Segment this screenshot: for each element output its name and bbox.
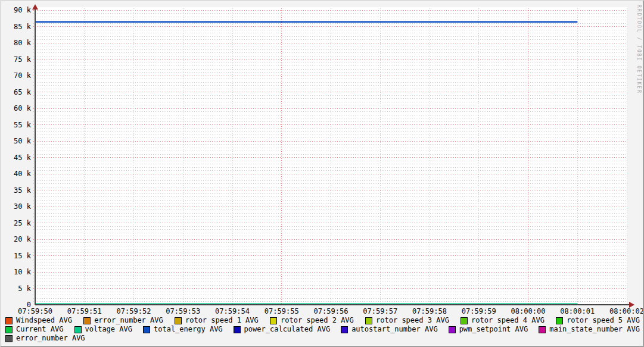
legend-swatch bbox=[234, 326, 241, 333]
legend-item: rotor speed 3 AVG bbox=[365, 316, 449, 325]
legend-swatch bbox=[5, 317, 13, 324]
y-tick-label: 35 k bbox=[14, 186, 32, 195]
legend-item: rotor speed 1 AVG bbox=[175, 316, 259, 325]
x-tick-label: 08:00:01 bbox=[560, 307, 595, 315]
legend-swatch bbox=[270, 317, 277, 324]
y-tick-label: 40 k bbox=[14, 170, 32, 178]
legend-label: rotor speed 4 AVG bbox=[471, 316, 545, 325]
legend-swatch bbox=[175, 317, 182, 324]
legend-item: pwm_setpoint AVG bbox=[449, 325, 528, 334]
legend-label: error_number AVG bbox=[16, 334, 85, 343]
y-tick-label: 15 k bbox=[14, 252, 32, 260]
x-tick-label: 07:59:58 bbox=[412, 307, 447, 315]
legend-label: total_energy AVG bbox=[154, 325, 223, 334]
legend-swatch bbox=[74, 326, 82, 333]
legend-swatch bbox=[461, 317, 468, 324]
x-tick-label: 07:59:51 bbox=[67, 307, 102, 315]
legend-item: power_calculated AVG bbox=[234, 325, 331, 334]
x-tick-label: 07:59:52 bbox=[117, 307, 151, 315]
legend-swatch bbox=[5, 326, 13, 333]
y-tick-label: 10 k bbox=[14, 268, 32, 276]
legend-label: voltage AVG bbox=[85, 325, 132, 334]
y-tick-label: 5 k bbox=[18, 285, 31, 293]
legend-item: Windspeed AVG bbox=[5, 316, 72, 325]
x-tick-label: 08:00:02 bbox=[609, 307, 644, 315]
legend-item: error_number AVG bbox=[83, 316, 163, 325]
y-tick-label: 55 k bbox=[14, 121, 32, 129]
legend-swatch bbox=[539, 326, 546, 333]
legend-label: main_state_number AVG bbox=[549, 325, 640, 334]
y-tick-label: 85 k bbox=[14, 23, 32, 31]
y-tick-label: 75 k bbox=[14, 55, 32, 64]
legend-label: rotor speed 3 AVG bbox=[376, 316, 449, 325]
x-tick-label: 07:59:56 bbox=[314, 307, 349, 315]
legend-swatch bbox=[556, 317, 563, 324]
legend-swatch bbox=[449, 326, 456, 333]
chart-legend: Windspeed AVGerror_number AVGrotor speed… bbox=[1, 316, 643, 343]
y-axis-arrow bbox=[32, 4, 38, 10]
legend-item: voltage AVG bbox=[74, 325, 132, 334]
y-tick-label: 45 k bbox=[14, 154, 32, 162]
legend-label: rotor speed 5 AVG bbox=[567, 316, 640, 325]
legend-label: Current AVG bbox=[16, 325, 63, 334]
legend-item: Current AVG bbox=[5, 325, 63, 334]
x-tick-label: 07:59:53 bbox=[166, 307, 200, 315]
legend-item: rotor speed 5 AVG bbox=[556, 316, 640, 325]
y-tick-label: 90 k bbox=[14, 6, 32, 14]
x-tick-label: 07:59:54 bbox=[215, 307, 250, 315]
legend-label: rotor speed 2 AVG bbox=[281, 316, 354, 325]
legend-row: Windspeed AVGerror_number AVGrotor speed… bbox=[1, 316, 643, 325]
legend-row: Current AVGvoltage AVGtotal_energy AVGpo… bbox=[1, 325, 643, 334]
legend-item: total_energy AVG bbox=[143, 325, 223, 334]
legend-item: main_state_number AVG bbox=[539, 325, 640, 334]
rrdtool-watermark: RRDTOOL / TOBI OETIKER bbox=[636, 5, 642, 94]
chart-canvas: 05 k10 k15 k20 k25 k30 k35 k40 k45 k50 k… bbox=[1, 1, 644, 347]
legend-label: pwm_setpoint AVG bbox=[459, 325, 528, 334]
legend-swatch bbox=[83, 317, 91, 324]
legend-label: rotor speed 1 AVG bbox=[185, 316, 259, 325]
x-tick-label: 08:00:00 bbox=[511, 307, 546, 315]
y-tick-label: 50 k bbox=[14, 137, 32, 145]
legend-label: power_calculated AVG bbox=[244, 325, 331, 334]
y-tick-label: 60 k bbox=[14, 104, 32, 112]
y-tick-label: 65 k bbox=[14, 88, 32, 96]
y-tick-label: 70 k bbox=[14, 71, 32, 80]
legend-label: Windspeed AVG bbox=[16, 316, 72, 325]
legend-swatch bbox=[341, 326, 348, 333]
y-tick-label: 80 k bbox=[14, 39, 32, 47]
y-tick-label: 30 k bbox=[14, 202, 32, 211]
legend-swatch bbox=[143, 326, 150, 333]
legend-item: rotor speed 4 AVG bbox=[461, 316, 545, 325]
y-tick-label: 25 k bbox=[14, 219, 32, 227]
legend-row: error_number AVG bbox=[1, 334, 643, 343]
legend-item: autostart_number AVG bbox=[341, 325, 438, 334]
legend-item: error_number AVG bbox=[5, 334, 85, 343]
x-tick-label: 07:59:57 bbox=[363, 307, 397, 315]
legend-item: rotor speed 2 AVG bbox=[270, 316, 354, 325]
legend-swatch bbox=[365, 317, 372, 324]
y-tick-label: 20 k bbox=[14, 235, 32, 243]
legend-label: error_number AVG bbox=[94, 316, 163, 325]
legend-label: autostart_number AVG bbox=[351, 325, 438, 334]
x-tick-label: 07:59:50 bbox=[18, 307, 52, 315]
x-tick-label: 07:59:55 bbox=[265, 307, 299, 315]
legend-swatch bbox=[5, 335, 13, 342]
x-tick-label: 07:59:59 bbox=[462, 307, 496, 315]
rrdtool-graph: 05 k10 k15 k20 k25 k30 k35 k40 k45 k50 k… bbox=[0, 0, 644, 347]
